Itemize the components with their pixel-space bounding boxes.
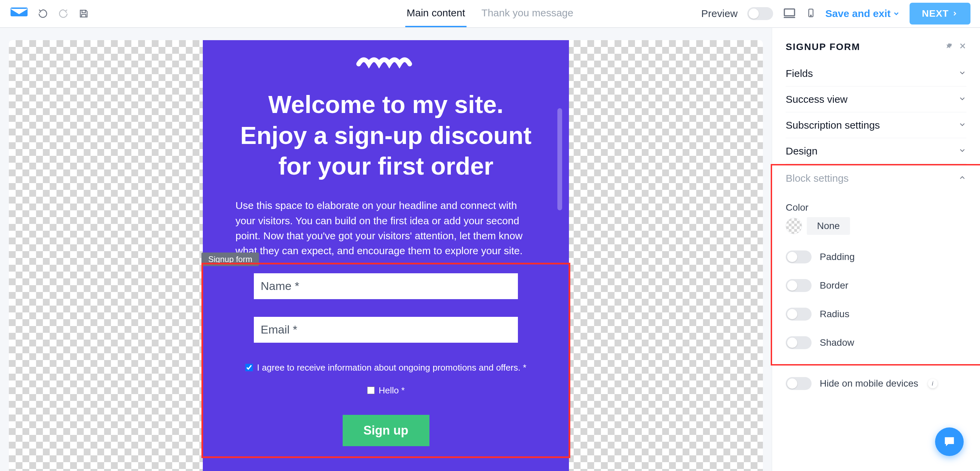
save-exit-label: Save and exit	[826, 8, 891, 19]
page-paragraph[interactable]: Use this space to elaborate on your head…	[235, 198, 536, 259]
hello-label: Hello *	[379, 385, 405, 396]
acc-subscription-label: Subscription settings	[786, 119, 880, 131]
chevron-down-icon	[958, 94, 966, 105]
preview-label: Preview	[701, 8, 738, 19]
block-settings-highlight: Block settings Color None Padding Border…	[771, 164, 980, 366]
color-value[interactable]: None	[807, 217, 850, 235]
mobile-icon[interactable]	[806, 6, 816, 21]
page-heading[interactable]: Welcome to my site. Enjoy a sign-up disc…	[235, 89, 536, 182]
acc-design-label: Design	[786, 145, 817, 157]
acc-subscription[interactable]: Subscription settings	[786, 112, 966, 138]
agree-checkbox[interactable]	[245, 364, 253, 371]
email-field[interactable]	[254, 317, 518, 343]
padding-label: Padding	[820, 251, 855, 263]
shadow-label: Shadow	[820, 337, 854, 348]
decorative-scallop-icon	[355, 54, 417, 76]
svg-rect-0	[784, 9, 795, 16]
tab-thank-you[interactable]: Thank you message	[480, 0, 575, 27]
acc-block-label: Block settings	[786, 173, 849, 184]
hello-checkbox[interactable]	[367, 387, 375, 394]
name-field[interactable]	[254, 273, 518, 299]
close-panel-icon[interactable]	[959, 42, 966, 52]
chevron-down-icon	[958, 68, 966, 79]
app-logo[interactable]	[10, 6, 29, 21]
editor-canvas[interactable]: Welcome to my site. Enjoy a sign-up disc…	[9, 40, 763, 471]
chevron-down-icon	[892, 10, 900, 18]
preview-toggle[interactable]	[747, 7, 773, 20]
signup-button[interactable]: Sign up	[343, 415, 430, 446]
settings-panel: SIGNUP FORM Fields Success view Subscrip…	[772, 28, 980, 471]
chevron-right-icon	[951, 10, 958, 17]
top-toolbar: Main content Thank you message Preview S…	[0, 0, 980, 28]
chat-button[interactable]	[935, 428, 964, 456]
hide-mobile-toggle[interactable]	[786, 377, 811, 390]
next-button[interactable]: NEXT	[910, 3, 970, 24]
acc-design[interactable]: Design	[786, 138, 966, 164]
tab-main-content[interactable]: Main content	[405, 0, 466, 27]
padding-toggle[interactable]	[786, 250, 811, 263]
pin-icon[interactable]	[945, 42, 953, 52]
chevron-up-icon	[958, 173, 966, 184]
redo-icon[interactable]	[57, 8, 69, 20]
desktop-icon[interactable]	[783, 6, 796, 21]
shadow-toggle[interactable]	[786, 336, 811, 349]
hide-mobile-label: Hide on mobile devices	[820, 378, 918, 389]
color-label: Color	[786, 202, 966, 213]
border-toggle[interactable]	[786, 279, 811, 292]
radius-toggle[interactable]	[786, 308, 811, 321]
save-icon[interactable]	[78, 8, 90, 20]
agree-label: I agree to receive information about ong…	[257, 363, 527, 373]
page-block[interactable]: Welcome to my site. Enjoy a sign-up disc…	[203, 40, 569, 471]
svg-point-2	[810, 15, 811, 16]
acc-fields[interactable]: Fields	[786, 60, 966, 86]
acc-fields-label: Fields	[786, 68, 813, 79]
panel-title: SIGNUP FORM	[786, 41, 860, 53]
undo-icon[interactable]	[37, 8, 49, 20]
acc-success-view[interactable]: Success view	[786, 86, 966, 112]
save-and-exit-button[interactable]: Save and exit	[826, 8, 900, 19]
acc-success-label: Success view	[786, 94, 848, 105]
info-icon[interactable]: i	[928, 379, 937, 388]
chevron-down-icon	[958, 145, 966, 157]
next-label: NEXT	[922, 8, 949, 19]
scroll-indicator[interactable]	[557, 108, 562, 210]
acc-block-settings[interactable]: Block settings	[786, 165, 966, 191]
chevron-down-icon	[958, 119, 966, 131]
border-label: Border	[820, 280, 848, 291]
radius-label: Radius	[820, 309, 850, 320]
canvas-wrap: Welcome to my site. Enjoy a sign-up disc…	[0, 28, 772, 471]
color-swatch[interactable]	[786, 218, 802, 234]
signup-form-block[interactable]: I agree to receive information about ong…	[202, 263, 570, 458]
